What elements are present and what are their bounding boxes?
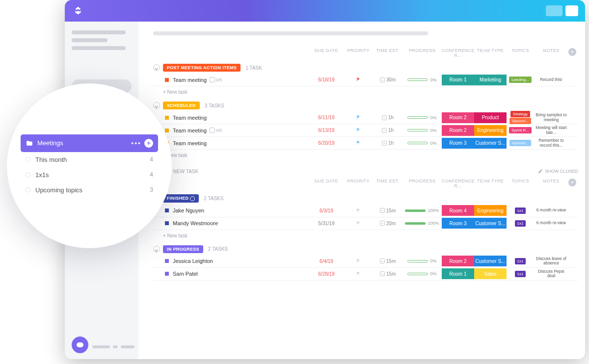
topics-cell[interactable]: 1x1 <box>507 258 534 264</box>
task-status-square[interactable] <box>165 116 169 120</box>
time-estimate[interactable]: 1h <box>373 128 402 133</box>
priority-flag[interactable] <box>344 258 373 264</box>
sidebar-list-item[interactable]: Upcoming topics 3 <box>21 182 158 198</box>
topic-tag[interactable]: 1x1 <box>515 258 526 264</box>
topic-tag[interactable]: Landing... <box>509 77 531 83</box>
notes-cell[interactable]: Meeting will start late... <box>534 126 568 135</box>
team-type-tag[interactable]: Engineering <box>474 205 507 216</box>
notes-cell[interactable]: Bring samples to meeting <box>534 113 568 122</box>
task-status-square[interactable] <box>165 208 169 212</box>
priority-flag[interactable] <box>344 114 373 121</box>
team-type-tag[interactable]: Engineering <box>474 125 507 136</box>
priority-flag[interactable] <box>344 271 373 277</box>
folder-meetings[interactable]: Meetings ••• + <box>21 134 158 152</box>
show-closed-toggle[interactable]: SHOW CLOSED <box>538 169 578 174</box>
team-type-tag[interactable]: Customer S... <box>474 138 507 149</box>
new-task-link[interactable]: + New task <box>153 150 578 161</box>
folder-menu-icon[interactable]: ••• <box>131 139 141 147</box>
progress-cell[interactable]: 100% <box>402 221 442 226</box>
due-date[interactable]: 6/20/19 <box>309 140 344 146</box>
topics-cell[interactable]: 1x1 <box>507 220 534 227</box>
time-estimate[interactable]: 20m <box>373 221 402 226</box>
add-column-button[interactable]: + <box>568 179 576 186</box>
team-type-tag[interactable]: Marketing <box>474 75 507 85</box>
task-status-square[interactable] <box>165 78 169 82</box>
new-task-link[interactable]: + New task <box>153 230 578 241</box>
collapse-icon[interactable] <box>153 246 160 253</box>
task-status-square[interactable] <box>165 272 169 276</box>
progress-cell[interactable]: 0% <box>402 271 442 276</box>
status-group-header[interactable]: IN PROGRESS 2 TASKS <box>153 245 578 253</box>
progress-cell[interactable]: 0% <box>402 141 442 146</box>
progress-cell[interactable]: 0% <box>402 128 442 133</box>
task-row[interactable]: Team meeting 0/5 6/13/19 1h 0% Room 2 En… <box>153 124 578 137</box>
due-date[interactable]: 6/4/19 <box>309 259 344 264</box>
task-row[interactable]: Jake Nguyen 6/3/19 15m 100% Room 4 Engin… <box>153 205 578 217</box>
notes-cell[interactable]: Remember to record this... <box>534 138 568 148</box>
time-estimate[interactable]: 15m <box>373 271 402 277</box>
topic-tag[interactable]: Strategy <box>510 111 530 117</box>
time-estimate[interactable]: 1h <box>373 115 402 120</box>
topics-cell[interactable]: StrategyUpcomi... <box>507 111 534 124</box>
team-type-tag[interactable]: Customer S... <box>474 256 507 266</box>
conference-room-tag[interactable]: Room 4 <box>442 205 474 216</box>
team-type-tag[interactable]: Product <box>474 112 507 123</box>
status-group-header[interactable]: POST MEETING ACTION ITEMS 1 TASK <box>153 64 578 72</box>
task-row[interactable]: Team meeting 6/11/19 1h 0% Room 2 Produc… <box>153 111 578 124</box>
topic-tag[interactable]: Sprint R... <box>509 127 532 133</box>
status-group-header[interactable]: SCHEDULED 3 TASKS <box>153 102 578 109</box>
conference-room-tag[interactable]: Room 2 <box>442 125 474 136</box>
progress-cell[interactable]: 0% <box>402 259 442 263</box>
topics-cell[interactable]: Sprint R... <box>507 127 534 133</box>
task-status-square[interactable] <box>165 221 169 225</box>
priority-flag[interactable] <box>344 208 373 214</box>
topic-tag[interactable]: 1x1 <box>515 208 526 214</box>
time-estimate[interactable]: 15m <box>373 208 402 213</box>
chat-icon[interactable] <box>72 337 88 353</box>
new-task-link[interactable]: + New task <box>153 86 578 98</box>
collapse-icon[interactable] <box>153 64 160 71</box>
new-task-link[interactable]: + NEW TASK <box>169 169 198 174</box>
task-row[interactable]: Team meeting 0/5 6/18/19 30m 0% Room 1 M… <box>153 74 578 86</box>
add-list-button[interactable]: + <box>144 139 153 148</box>
conference-room-tag[interactable]: Room 2 <box>442 256 474 266</box>
priority-flag[interactable] <box>344 77 373 83</box>
time-estimate[interactable]: 1h <box>373 140 402 146</box>
topics-cell[interactable]: 1x1 <box>507 271 534 277</box>
conference-room-tag[interactable]: Room 3 <box>442 218 474 229</box>
due-date[interactable]: 6/3/19 <box>309 208 344 213</box>
topic-tag[interactable]: Upcomi... <box>509 118 531 124</box>
notes-cell[interactable]: 6 month re-view <box>534 221 568 225</box>
task-row[interactable]: Mandy Westmoore 5/31/19 20m 100% Room 3 … <box>153 217 578 230</box>
topics-cell[interactable]: Upcomi... <box>507 140 534 146</box>
topbar-button-2[interactable] <box>565 5 578 16</box>
task-row[interactable]: Sam Patel 6/28/19 15m 0% Room 1 Sales 1x… <box>153 268 578 281</box>
due-date[interactable]: 5/31/19 <box>309 221 344 226</box>
priority-flag[interactable] <box>344 220 373 227</box>
time-estimate[interactable]: 30m <box>373 77 402 82</box>
notes-cell[interactable]: 6 month re-view <box>534 208 568 212</box>
conference-room-tag[interactable]: Room 1 <box>442 75 474 85</box>
sidebar-list-item[interactable]: 1x1s 4 <box>21 167 158 182</box>
progress-cell[interactable]: 100% <box>402 208 442 213</box>
task-row[interactable]: Team meeting 6/20/19 1h 0% Room 3 Custom… <box>153 137 578 150</box>
team-type-tag[interactable]: Customer S... <box>474 218 507 229</box>
due-date[interactable]: 6/11/19 <box>309 115 344 120</box>
team-type-tag[interactable]: Sales <box>474 268 507 279</box>
conference-room-tag[interactable]: Room 3 <box>442 138 474 149</box>
sidebar-list-item[interactable]: This month 4 <box>21 152 158 167</box>
time-estimate[interactable]: 15m <box>373 259 402 264</box>
progress-cell[interactable]: 0% <box>402 78 442 82</box>
conference-room-tag[interactable]: Room 1 <box>442 268 474 279</box>
topics-cell[interactable]: Landing... <box>507 77 534 83</box>
due-date[interactable]: 6/18/19 <box>309 77 344 82</box>
task-status-square[interactable] <box>165 129 169 132</box>
task-row[interactable]: Jessica Leighton 6/4/19 15m 0% Room 2 Cu… <box>153 255 578 268</box>
notes-cell[interactable]: Discuss leave of absence <box>534 257 568 266</box>
conference-room-tag[interactable]: Room 2 <box>442 112 474 123</box>
topbar-button-1[interactable] <box>546 5 562 16</box>
topic-tag[interactable]: Upcomi... <box>509 140 531 146</box>
progress-cell[interactable]: 0% <box>402 115 442 120</box>
status-group-header[interactable]: FINISHED 2 TASKS <box>153 194 578 203</box>
priority-flag[interactable] <box>344 127 373 133</box>
